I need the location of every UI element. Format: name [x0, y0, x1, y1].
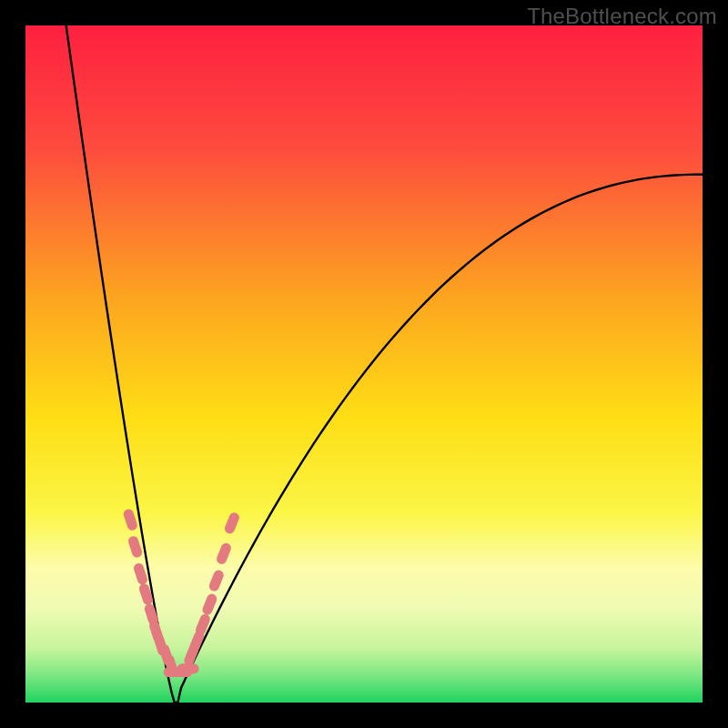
data-marker — [122, 508, 138, 531]
data-marker — [201, 592, 218, 616]
data-marker — [223, 511, 240, 535]
data-marker — [177, 663, 199, 673]
curve-layer — [25, 25, 703, 703]
data-marker — [194, 612, 211, 636]
chart-frame: TheBottleneck.com — [0, 0, 728, 728]
bottleneck-curve — [66, 25, 703, 703]
watermark-text: TheBottleneck.com — [527, 4, 717, 29]
data-marker — [215, 541, 232, 565]
data-marker — [133, 562, 149, 586]
plot-area — [25, 25, 703, 703]
data-marker — [207, 569, 225, 592]
data-marker — [127, 535, 144, 559]
data-markers — [122, 508, 240, 677]
